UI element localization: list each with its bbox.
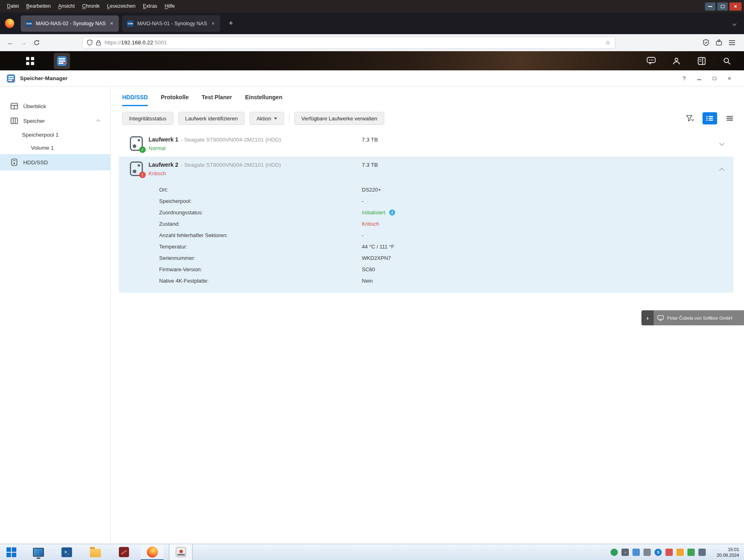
tab-test-planer[interactable]: Test Planer [201,94,232,106]
tab-einstellungen[interactable]: Einstellungen [245,94,282,106]
dsm-favicon-icon: DSM [127,20,133,27]
sidebar-item-ueberblick[interactable]: Überblick [0,99,110,113]
tray-icon[interactable] [611,549,618,556]
new-tab-button[interactable]: + [224,17,237,30]
tracking-shield-icon[interactable] [87,39,92,46]
tab-title: MAIO-NAS-02 - Synology NAS [36,21,106,26]
back-button[interactable]: ← [4,37,17,49]
system-tray: ♪ S [611,549,706,556]
reload-icon [33,39,40,46]
extensions-puzzle-icon[interactable] [716,39,722,46]
window-controls: ? × [681,75,737,81]
drive-row-2[interactable]: ! Laufwerk 2- Seagate ST8000VN004-2M2101… [119,157,733,293]
collapse-chevron-icon[interactable] [720,167,724,173]
toolbar-divider [289,114,289,123]
tray-icon[interactable] [665,549,673,556]
menu-datei[interactable]: Datei [3,0,22,13]
menu-ansicht[interactable]: Ansicht [55,0,79,13]
detail-label: Speicherpool: [159,198,362,204]
forward-button[interactable]: → [17,37,30,49]
sidebar-item-volume[interactable]: Volume 1 [0,141,110,154]
detail-label: Native 4K-Festplatte: [159,278,362,284]
taskbar-app-computer[interactable] [27,544,50,560]
tab-protokolle[interactable]: Protokolle [161,94,188,106]
overlay-expand-button[interactable]: › [641,310,654,325]
menu-bearbeiten[interactable]: Bearbeiten [22,0,54,13]
tab-list-button[interactable] [733,20,736,26]
detail-view-button[interactable] [702,112,717,124]
screen: Datei Bearbeiten Ansicht Chronik Lesezei… [0,0,744,560]
tray-icon[interactable] [643,549,651,556]
browser-tab-active[interactable]: DSM MAIO-NAS-02 - Synology NAS × [21,15,119,32]
support-chat-button[interactable] [644,54,659,68]
start-button[interactable] [2,544,21,560]
tray-icon[interactable]: S [654,549,662,556]
dsm-favicon-icon: DSM [26,20,32,27]
taskbar-app-recorder[interactable] [169,544,192,560]
window-titlebar[interactable]: Speicher-Manager ? × [0,70,744,87]
drive-model: - Seagate ST8000VN004-2M2101 (HDD) [181,162,281,168]
detail-label: Seriennummer: [159,255,362,261]
os-minimize-button[interactable] [705,2,716,11]
window-close-button[interactable]: × [726,75,733,81]
app-menu-icon[interactable] [729,40,735,45]
tray-icon[interactable] [632,549,640,556]
overlay-body: Petar Čubela von Softbox GmbH [654,310,744,325]
search-icon [723,57,731,65]
storage-manager-taskbar-button[interactable] [54,53,70,69]
window-minimize-button[interactable] [696,75,702,81]
os-maximize-button[interactable] [717,2,728,11]
main-menu-button[interactable] [23,54,37,68]
tab-close-icon[interactable]: × [211,20,216,26]
filter-button[interactable] [683,112,697,124]
tab-hdd-ssd[interactable]: HDD/SSD [122,94,148,106]
sidebar-item-hdd-ssd[interactable]: HDD/SSD [0,154,110,170]
taskbar-clock[interactable]: 15:01 20.09.2024 [711,547,739,558]
lock-icon[interactable] [96,40,101,46]
drive-status: Kritisch [149,170,281,176]
reload-button[interactable] [30,37,43,49]
detail-label: Zustand: [159,221,362,227]
tray-icon[interactable] [676,549,684,556]
integritaetsstatus-button[interactable]: Integritätsstatus [122,112,173,125]
user-button[interactable] [669,54,684,68]
simple-list-view-button[interactable] [723,112,737,124]
windows-taskbar: >_ ♪ S 15:01 20.09.2024 [0,544,744,560]
aktion-dropdown-button[interactable]: Aktion [249,112,284,125]
detail-value-text: Initialisiert [362,209,385,216]
bookmark-star-icon[interactable]: ☆ [605,39,611,46]
info-icon[interactable]: i [389,209,395,216]
os-close-button[interactable]: × [729,2,742,11]
widgets-button[interactable] [694,54,709,68]
menu-chronik[interactable]: Chronik [79,0,103,13]
menu-hilfe[interactable]: Hilfe [161,0,178,13]
menu-extras[interactable]: Extras [139,0,161,13]
expand-chevron-icon[interactable] [720,140,724,146]
drive-capacity: 7.3 TB [362,162,378,168]
apps-grid-icon [26,57,34,65]
help-button[interactable]: ? [681,75,687,81]
tray-icon[interactable] [687,549,695,556]
app-icon [119,547,129,557]
drive-row-1[interactable]: ✓ Laufwerk 1- Seagate ST8000VN004-2M2101… [119,131,733,157]
taskbar-app-explorer[interactable] [84,544,107,560]
sidebar-item-speicher[interactable]: Speicher [0,113,110,128]
tray-icon[interactable] [698,549,706,556]
taskbar-app-red[interactable] [112,544,135,560]
search-button[interactable] [720,54,734,68]
verfuegbare-laufwerke-button[interactable]: Verfügbare Laufwerke verwalten [294,112,384,125]
window-maximize-button[interactable] [711,75,718,81]
taskbar-app-powershell[interactable]: >_ [55,544,78,560]
protections-shield-icon[interactable] [703,39,709,46]
sidebar-item-speicherpool[interactable]: Speicherpool 1 [0,128,110,141]
chat-icon [647,57,656,65]
tray-icon[interactable]: ♪ [621,549,629,556]
chevron-up-icon[interactable] [97,118,100,124]
browser-tab-inactive[interactable]: DSM MAIO-NAS-01 - Synology NAS × [122,15,220,32]
menu-lesezeichen[interactable]: Lesezeichen [103,0,139,13]
detail-label: Zuordnungsstatus: [159,209,362,216]
laufwerk-identifizieren-button[interactable]: Laufwerk identifizieren [178,112,245,125]
tab-close-icon[interactable]: × [109,20,114,26]
taskbar-app-firefox[interactable] [141,544,164,560]
urlbar[interactable]: https://192.168.0.22:5001 ☆ [82,37,615,49]
